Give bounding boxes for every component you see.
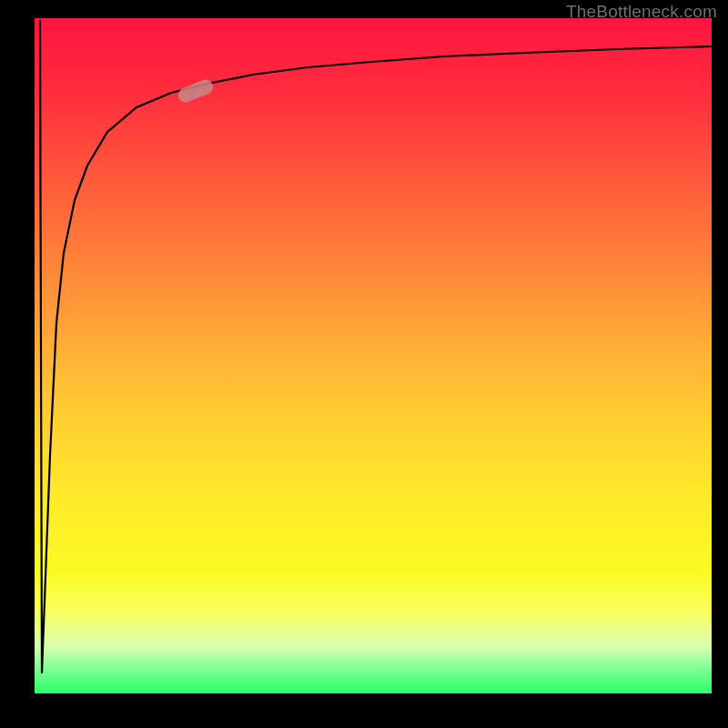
chart-container: TheBottleneck.com xyxy=(0,0,728,728)
attribution-text: TheBottleneck.com xyxy=(566,2,717,22)
chart-gradient-area xyxy=(35,18,712,693)
